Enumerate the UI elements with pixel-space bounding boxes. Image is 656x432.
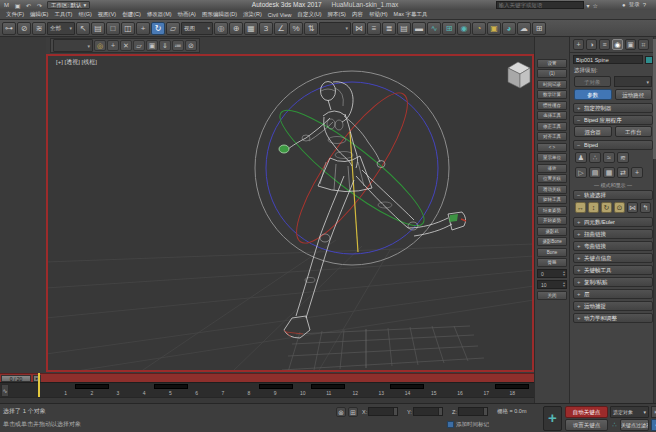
set-key-button[interactable]: 设置关键点 bbox=[565, 419, 608, 431]
animation-layers-toggle-icon[interactable]: ◎ bbox=[94, 40, 106, 51]
selection-lock-icon[interactable]: ⊗ bbox=[336, 407, 346, 417]
motion-flow-mode-icon[interactable]: ≈ bbox=[603, 152, 615, 163]
select-object-icon[interactable]: ↖ bbox=[76, 22, 90, 35]
biped-app-button-0[interactable]: 混合器 bbox=[574, 126, 612, 137]
menu-item-0[interactable]: 文件(F) bbox=[3, 11, 27, 18]
named-selection-sets-dropdown[interactable]: ▾ bbox=[319, 22, 351, 35]
menu-item-3[interactable]: 组(G) bbox=[75, 11, 94, 18]
script-button-12[interactable]: 滑动关联 bbox=[537, 185, 567, 194]
redo-icon[interactable]: ↷ bbox=[35, 1, 44, 9]
select-and-scale-icon[interactable]: ▱ bbox=[166, 22, 180, 35]
mirror-icon[interactable]: ⋈ bbox=[352, 22, 366, 35]
script-button-6[interactable]: 修正工具 bbox=[537, 122, 567, 131]
script-button-7[interactable]: 对齐工具 bbox=[537, 132, 567, 141]
rollout-header-2[interactable]: −Biped bbox=[573, 140, 653, 150]
menu-item-15[interactable]: Max 字幕工具 bbox=[391, 11, 431, 18]
copy-layer-icon[interactable]: ▱ bbox=[133, 40, 145, 51]
keyframe-block-18[interactable] bbox=[495, 384, 529, 389]
workspace-dropdown[interactable]: 工作区: 默认 ▾ bbox=[47, 1, 90, 9]
keyframe-block-5[interactable] bbox=[154, 384, 188, 389]
symmetrical-icon[interactable]: ⋈ bbox=[627, 202, 638, 213]
script-button-11[interactable]: 位置关联 bbox=[537, 174, 567, 183]
menu-item-9[interactable]: 渲染(R) bbox=[240, 11, 265, 18]
tab-motion[interactable]: ◉ bbox=[612, 39, 623, 50]
track-bar[interactable]: ∿ 123456789101112131415161718 bbox=[0, 382, 534, 397]
rollout-header-8[interactable]: +关键帧工具 bbox=[573, 265, 653, 275]
z-coordinate-field[interactable] bbox=[458, 407, 488, 416]
time-slider-handle[interactable]: 0 / 20 bbox=[1, 375, 31, 382]
rollout-header-3[interactable]: −轨迹选择 bbox=[573, 190, 653, 200]
render-in-cloud-icon[interactable]: ☁ bbox=[517, 22, 531, 35]
keyframe-block-14[interactable] bbox=[390, 384, 424, 389]
chevron-down-icon[interactable]: ▾ bbox=[587, 2, 590, 9]
biped-app-button-1[interactable]: 工作台 bbox=[615, 126, 653, 137]
favorites-star-icon[interactable]: ☆ bbox=[593, 2, 598, 9]
move-all-mode-icon[interactable]: + bbox=[631, 167, 643, 178]
mini-curve-editor-button[interactable]: ∿ bbox=[1, 384, 9, 397]
save-icon[interactable]: ▣ bbox=[13, 1, 22, 9]
script-button-3[interactable]: 数学计算 bbox=[537, 90, 567, 99]
paste-layer-icon[interactable]: ▣ bbox=[146, 40, 158, 51]
menu-item-12[interactable]: 脚本(S) bbox=[325, 11, 349, 18]
rollout-header-6[interactable]: +弯曲链接 bbox=[573, 241, 653, 251]
selection-filter-dropdown[interactable]: 全部▾ bbox=[47, 22, 75, 35]
window-crossing-icon[interactable]: ◫ bbox=[121, 22, 135, 35]
footstep-mode-icon[interactable]: ∴ bbox=[589, 152, 601, 163]
menu-item-10[interactable]: Civil View bbox=[265, 12, 295, 18]
menu-item-11[interactable]: 自定义(U) bbox=[294, 11, 324, 18]
use-pivot-center-icon[interactable]: ◎ bbox=[214, 22, 228, 35]
rollout-header-1[interactable]: −Biped 应用程序 bbox=[573, 115, 653, 125]
collapse-layer-icon[interactable]: ⇓ bbox=[159, 40, 171, 51]
script-button-0[interactable]: 设置 bbox=[537, 59, 567, 68]
keyframe-block-2[interactable] bbox=[75, 384, 109, 389]
rollout-header-12[interactable]: +动力学和调整 bbox=[573, 313, 653, 323]
tab-display[interactable]: ▣ bbox=[625, 39, 636, 50]
sub-object-dropdown[interactable]: ▾ bbox=[614, 76, 653, 87]
select-and-link-icon[interactable]: ⊶ bbox=[2, 22, 16, 35]
script-button-9[interactable]: 显示单位 bbox=[537, 153, 567, 162]
figure-mode-icon[interactable]: ♟ bbox=[575, 152, 587, 163]
select-and-manipulate-icon[interactable]: ⊕ bbox=[229, 22, 243, 35]
search-input[interactable] bbox=[496, 1, 584, 9]
layer-explorer-icon[interactable]: ▤ bbox=[397, 22, 411, 35]
menu-item-7[interactable]: 动画(A) bbox=[175, 11, 199, 18]
script-button-13[interactable]: 旋转工具 bbox=[537, 195, 567, 204]
key-filter-mode-dropdown[interactable]: 选定对象 ▾ bbox=[610, 406, 649, 418]
motion-paths-button[interactable]: 运动路径 bbox=[615, 89, 653, 100]
script-button-8[interactable]: < > bbox=[537, 143, 567, 152]
render-production-icon[interactable]: ◕ bbox=[502, 22, 516, 35]
rollout-header-0[interactable]: +指定控制器 bbox=[573, 103, 653, 113]
auto-key-button[interactable]: 自动关键点 bbox=[565, 406, 608, 418]
biped-playback-icon[interactable]: ▷ bbox=[575, 167, 587, 178]
tab-create[interactable]: + bbox=[573, 39, 584, 50]
key-mode-toggle-button[interactable]: ● bbox=[651, 419, 656, 431]
keyframe-block-9[interactable] bbox=[259, 384, 293, 389]
bind-to-space-warp-icon[interactable]: ≋ bbox=[32, 22, 46, 35]
load-file-icon[interactable]: ▤ bbox=[589, 167, 601, 178]
rollout-header-5[interactable]: +扭曲链接 bbox=[573, 229, 653, 239]
schematic-view-icon[interactable]: ⊞ bbox=[442, 22, 456, 35]
script-button-18[interactable]: Bone bbox=[537, 248, 567, 257]
material-editor-icon[interactable]: ◉ bbox=[457, 22, 471, 35]
menu-item-1[interactable]: 编辑(E) bbox=[27, 11, 51, 18]
menu-item-14[interactable]: 帮助(H) bbox=[366, 11, 391, 18]
rectangular-selection-icon[interactable]: □ bbox=[106, 22, 120, 35]
object-name-field[interactable]: Bip001 Spine bbox=[573, 55, 643, 64]
opposite-icon[interactable]: ↰ bbox=[640, 202, 651, 213]
save-file-icon[interactable]: ▦ bbox=[603, 167, 615, 178]
animation-layer-dropdown[interactable]: ▾ bbox=[53, 39, 93, 52]
select-and-move-icon[interactable]: + bbox=[136, 22, 150, 35]
disable-layer-icon[interactable]: ⊘ bbox=[185, 40, 197, 51]
current-frame-cursor[interactable] bbox=[38, 373, 40, 397]
tab-utilities[interactable]: ⌗ bbox=[638, 39, 649, 50]
percent-snap-icon[interactable]: % bbox=[289, 22, 303, 35]
rollout-header-7[interactable]: +关键点信息 bbox=[573, 253, 653, 263]
sub-object-button[interactable]: 子对象 bbox=[574, 76, 611, 87]
script-spinner-0[interactable]: 0▴▾ bbox=[537, 269, 567, 278]
menu-item-8[interactable]: 图形编辑器(D) bbox=[199, 11, 240, 18]
rendered-frame-icon[interactable]: ▣ bbox=[487, 22, 501, 35]
script-button-14[interactable]: 结束姿势 bbox=[537, 206, 567, 215]
snaps-toggle-icon[interactable]: 3 bbox=[259, 22, 273, 35]
object-color-swatch[interactable] bbox=[645, 56, 653, 64]
rollout-header-4[interactable]: +四元数/Euler bbox=[573, 217, 653, 227]
